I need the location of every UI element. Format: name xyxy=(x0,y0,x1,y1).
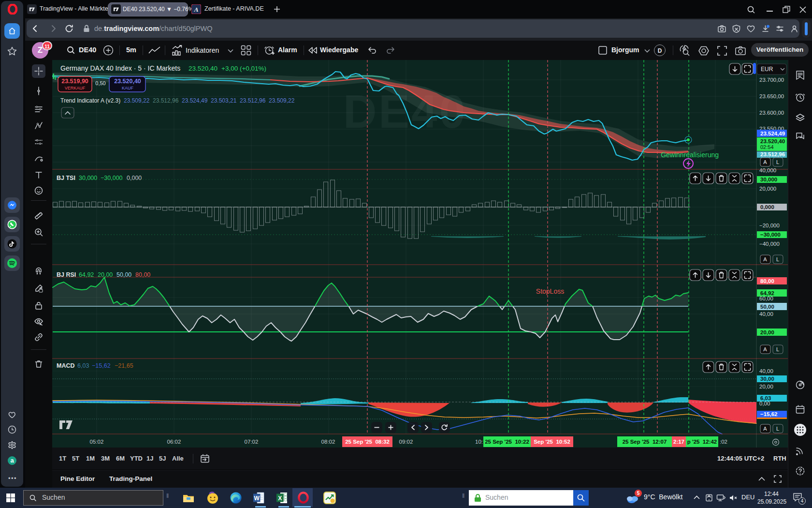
svg-text:09:02: 09:02 xyxy=(399,439,413,445)
svg-text:Gewinnrealisierung: Gewinnrealisierung xyxy=(661,151,719,159)
svg-text:10:: 10: xyxy=(475,439,483,445)
svg-text:23.520,40: 23.520,40 xyxy=(188,65,218,72)
svg-text:25 Sep '25 08:32: 25 Sep '25 08:32 xyxy=(345,439,390,445)
svg-text:L: L xyxy=(776,256,779,262)
svg-text:23.520,40: 23.520,40 xyxy=(114,78,141,85)
svg-text:A: A xyxy=(763,346,767,352)
svg-text:KAUF: KAUF xyxy=(122,86,134,90)
svg-text:30,000: 30,000 xyxy=(79,175,97,181)
svg-text:−21,65: −21,65 xyxy=(115,362,133,369)
svg-text:40,00: 40,00 xyxy=(759,311,773,317)
svg-text:20,00: 20,00 xyxy=(759,384,773,389)
svg-text:StopLoss: StopLoss xyxy=(536,287,564,295)
svg-text:0,000: 0,000 xyxy=(760,204,774,210)
svg-text:L: L xyxy=(776,346,779,352)
svg-text:L: L xyxy=(776,159,779,165)
svg-text:20,00: 20,00 xyxy=(760,329,774,335)
svg-text:30,00: 30,00 xyxy=(760,376,774,382)
svg-text:23.520,40: 23.520,40 xyxy=(760,138,785,144)
svg-text:A: A xyxy=(763,256,767,262)
svg-text:BJ RSI: BJ RSI xyxy=(57,271,76,278)
svg-text:23.509,22: 23.509,22 xyxy=(124,97,150,104)
svg-text:23.700,00: 23.700,00 xyxy=(759,77,784,83)
svg-text:23.524,49: 23.524,49 xyxy=(760,131,785,136)
svg-text:EUR: EUR xyxy=(761,66,773,73)
svg-text:05:02: 05:02 xyxy=(90,439,104,445)
svg-text:L: L xyxy=(776,426,779,432)
svg-text:A: A xyxy=(194,6,199,13)
svg-text:25 Sep '25 10:22: 25 Sep '25 10:22 xyxy=(485,439,529,445)
svg-text:Sep '25 10:52: Sep '25 10:52 xyxy=(534,439,570,445)
svg-text:BJ TSI: BJ TSI xyxy=(57,175,75,181)
svg-text:−30,000: −30,000 xyxy=(101,175,123,181)
svg-text:0,000: 0,000 xyxy=(127,175,142,181)
svg-text:0,00: 0,00 xyxy=(759,401,770,406)
svg-text:MACD: MACD xyxy=(57,362,75,369)
svg-text:−20,000: −20,000 xyxy=(759,223,780,228)
svg-text:23.509,22: 23.509,22 xyxy=(269,97,295,104)
svg-text:20,000: 20,000 xyxy=(759,186,776,192)
svg-text:40,00: 40,00 xyxy=(759,368,773,374)
svg-text:W: W xyxy=(254,495,260,502)
svg-text:Germany DAX 40 Index · 5 · IC: Germany DAX 40 Index · 5 · IC Markets xyxy=(60,64,180,72)
svg-text:p '25 12:42: p '25 12:42 xyxy=(687,439,717,445)
svg-text:64,92: 64,92 xyxy=(79,271,94,278)
svg-text:80,00: 80,00 xyxy=(135,271,150,278)
svg-text:20,00: 20,00 xyxy=(98,271,113,278)
svg-text:23.512,96: 23.512,96 xyxy=(240,97,266,104)
svg-text:08:02: 08:02 xyxy=(321,439,335,445)
svg-text:Trend Indicator A (v2.3): Trend Indicator A (v2.3) xyxy=(60,97,120,104)
svg-text:50,00: 50,00 xyxy=(760,304,774,310)
svg-text:02:54: 02:54 xyxy=(760,144,774,150)
svg-text:64,92: 64,92 xyxy=(760,290,774,296)
svg-text:−40,000: −40,000 xyxy=(759,241,780,247)
svg-text:50,00: 50,00 xyxy=(116,271,131,278)
svg-text:2:17: 2:17 xyxy=(673,439,684,445)
svg-text:23.512,96: 23.512,96 xyxy=(760,151,785,157)
svg-text:23.519,90: 23.519,90 xyxy=(61,78,88,85)
svg-text::02: :02 xyxy=(720,439,727,445)
svg-text:−30,000: −30,000 xyxy=(760,232,781,238)
svg-text:−15,62: −15,62 xyxy=(92,362,111,369)
svg-text:06:02: 06:02 xyxy=(167,439,181,445)
svg-text:23.503,21: 23.503,21 xyxy=(211,97,237,104)
svg-text:25 Sep '25 12:07: 25 Sep '25 12:07 xyxy=(623,439,667,445)
svg-text:X: X xyxy=(278,495,282,502)
svg-text:VERKAUF: VERKAUF xyxy=(65,86,86,90)
svg-text:0,50: 0,50 xyxy=(95,80,105,86)
svg-text:23.650,00: 23.650,00 xyxy=(759,93,784,99)
svg-text:6,03: 6,03 xyxy=(77,362,89,369)
svg-text:07:02: 07:02 xyxy=(245,439,259,445)
svg-text:+3,00 (+0,01%): +3,00 (+0,01%) xyxy=(221,65,266,72)
svg-text:23.524,49: 23.524,49 xyxy=(182,97,208,104)
svg-text:A: A xyxy=(763,426,767,432)
svg-text:23.600,00: 23.600,00 xyxy=(759,110,784,116)
svg-text:40,000: 40,000 xyxy=(759,167,776,173)
svg-text:80,00: 80,00 xyxy=(760,278,774,284)
svg-text:23.512,96: 23.512,96 xyxy=(153,97,179,104)
svg-text:A: A xyxy=(763,159,767,165)
svg-text:−15,62: −15,62 xyxy=(760,411,778,417)
svg-text:30,000: 30,000 xyxy=(760,177,777,182)
